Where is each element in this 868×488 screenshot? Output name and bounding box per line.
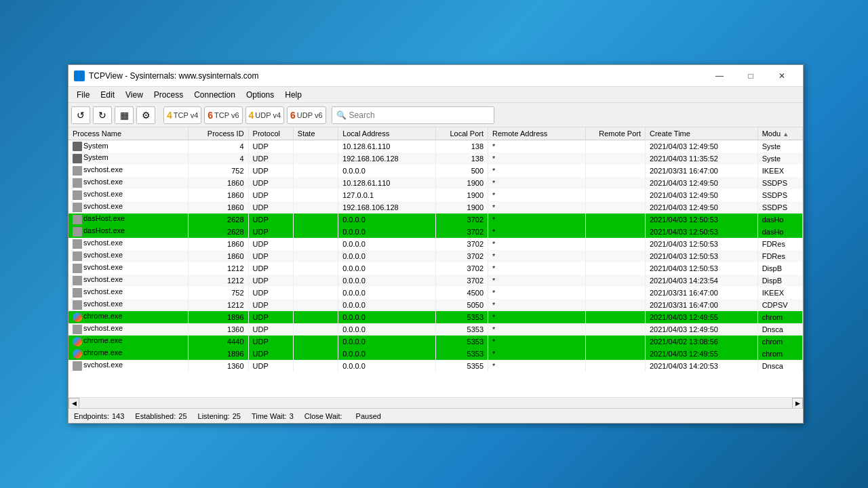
menu-options[interactable]: Options — [241, 89, 279, 101]
scroll-left[interactable]: ◀ — [68, 398, 79, 409]
cell-local-addr: 0.0.0.0 — [338, 336, 436, 348]
cell-remote-port — [585, 299, 645, 311]
col-process-id[interactable]: Process ID — [189, 127, 248, 140]
maximize-button[interactable]: □ — [735, 65, 766, 87]
cell-local-port: 5355 — [435, 360, 488, 372]
table-row[interactable]: dasHost.exe 2628 UDP 0.0.0.0 3702 * 2021… — [68, 214, 803, 226]
col-process-name[interactable]: Process Name — [68, 127, 189, 140]
cell-local-port: 4500 — [435, 287, 488, 299]
menu-process[interactable]: Process — [149, 89, 189, 101]
table-row[interactable]: svchost.exe 1360 UDP 0.0.0.0 5355 * 2021… — [68, 360, 803, 372]
table-row[interactable]: svchost.exe 1212 UDP 0.0.0.0 3702 * 2021… — [68, 262, 803, 274]
settings-button[interactable]: ⚙ — [136, 106, 155, 124]
cell-local-port: 3702 — [435, 250, 488, 262]
table-row[interactable]: svchost.exe 752 UDP 0.0.0.0 500 * 2021/0… — [68, 165, 803, 177]
connections-table-container[interactable]: Process Name Process ID Protocol State L… — [68, 127, 803, 397]
cell-local-addr: 0.0.0.0 — [338, 226, 436, 238]
cell-remote-addr: * — [488, 348, 586, 360]
search-input[interactable] — [349, 110, 485, 120]
col-module[interactable]: Modu ▲ — [757, 127, 802, 140]
horizontal-scrollbar[interactable]: ◀ ▶ — [68, 397, 803, 408]
cell-proc-name: svchost.exe — [68, 299, 189, 311]
listening-label: Listening: — [198, 412, 230, 420]
cell-proc-name: svchost.exe — [68, 177, 189, 189]
cell-remote-port — [585, 323, 645, 336]
process-icon — [73, 337, 82, 346]
cell-state — [293, 189, 338, 201]
paused-label: Paused — [356, 412, 381, 420]
table-row[interactable]: svchost.exe 1860 UDP 10.128.61.110 1900 … — [68, 177, 803, 189]
close-button[interactable]: ✕ — [766, 65, 797, 87]
cell-proto: UDP — [248, 226, 293, 238]
table-row[interactable]: svchost.exe 1860 UDP 127.0.0.1 1900 * 20… — [68, 189, 803, 201]
table-row[interactable]: System 4 UDP 10.128.61.110 138 * 2021/04… — [68, 140, 803, 152]
cell-local-addr: 0.0.0.0 — [338, 214, 436, 226]
toolbar: ↺ ↻ ▦ ⚙ 4 TCP v4 6 TCP v6 4 UDP v4 6 UDP… — [68, 103, 803, 127]
table-row[interactable]: chrome.exe 1896 UDP 0.0.0.0 5353 * 2021/… — [68, 311, 803, 323]
cell-local-addr: 0.0.0.0 — [338, 348, 436, 360]
refresh-button[interactable]: ↺ — [71, 106, 90, 124]
table-row[interactable]: System 4 UDP 192.168.106.128 138 * 2021/… — [68, 152, 803, 165]
process-icon — [73, 239, 82, 249]
minimize-button[interactable]: — — [704, 65, 735, 87]
col-state[interactable]: State — [293, 127, 338, 140]
col-local-address[interactable]: Local Address — [338, 127, 436, 140]
udp6-count: 6 — [290, 110, 296, 121]
monitor-button[interactable]: ▦ — [115, 106, 134, 124]
menu-view[interactable]: View — [120, 89, 149, 101]
col-local-port[interactable]: Local Port — [435, 127, 488, 140]
table-row[interactable]: svchost.exe 1860 UDP 0.0.0.0 3702 * 2021… — [68, 250, 803, 262]
cell-module: IKEEX — [757, 287, 802, 299]
cell-module: chrom — [757, 311, 802, 323]
table-row[interactable]: svchost.exe 1212 UDP 0.0.0.0 5050 * 2021… — [68, 299, 803, 311]
scroll-right[interactable]: ▶ — [792, 398, 803, 409]
cell-state — [293, 299, 338, 311]
tcp4-filter[interactable]: 4 TCP v4 — [163, 106, 201, 124]
col-protocol[interactable]: Protocol — [248, 127, 293, 140]
table-row[interactable]: svchost.exe 1860 UDP 192.168.106.128 190… — [68, 201, 803, 214]
col-remote-port[interactable]: Remote Port — [585, 127, 645, 140]
cell-proc-name: dasHost.exe — [68, 226, 189, 238]
cell-proto: UDP — [248, 214, 293, 226]
cell-remote-port — [585, 152, 645, 165]
udp6-filter[interactable]: 6 UDP v6 — [287, 106, 326, 124]
menu-edit[interactable]: Edit — [95, 89, 120, 101]
table-row[interactable]: chrome.exe 4440 UDP 0.0.0.0 5353 * 2021/… — [68, 336, 803, 348]
cell-pid: 2628 — [189, 214, 248, 226]
cell-create-time: 2021/03/31 16:47:00 — [645, 287, 757, 299]
cell-create-time: 2021/04/03 12:49:55 — [645, 348, 757, 360]
cell-local-port: 3702 — [435, 238, 488, 250]
process-icon — [73, 215, 82, 224]
table-row[interactable]: svchost.exe 1212 UDP 0.0.0.0 3702 * 2021… — [68, 274, 803, 287]
table-row[interactable]: svchost.exe 1860 UDP 0.0.0.0 3702 * 2021… — [68, 238, 803, 250]
col-create-time[interactable]: Create Time — [645, 127, 757, 140]
table-row[interactable]: svchost.exe 752 UDP 0.0.0.0 4500 * 2021/… — [68, 287, 803, 299]
cell-remote-addr: * — [488, 226, 586, 238]
cell-local-port: 1900 — [435, 189, 488, 201]
cell-create-time: 2021/04/03 12:50:53 — [645, 238, 757, 250]
cell-local-port: 3702 — [435, 262, 488, 274]
menu-help[interactable]: Help — [279, 89, 307, 101]
cell-module: Dnsca — [757, 323, 802, 336]
menu-bar: File Edit View Process Connection Option… — [68, 87, 803, 103]
table-row[interactable]: dasHost.exe 2628 UDP 0.0.0.0 3702 * 2021… — [68, 226, 803, 238]
table-row[interactable]: chrome.exe 1896 UDP 0.0.0.0 5353 * 2021/… — [68, 348, 803, 360]
scroll-track[interactable] — [79, 398, 792, 408]
cell-create-time: 2021/04/03 12:49:50 — [645, 189, 757, 201]
udp4-filter[interactable]: 4 UDP v4 — [245, 106, 285, 124]
cell-create-time: 2021/04/03 12:50:53 — [645, 214, 757, 226]
col-remote-address[interactable]: Remote Address — [488, 127, 586, 140]
tcp6-filter[interactable]: 6 TCP v6 — [204, 106, 242, 124]
cell-local-addr: 0.0.0.0 — [338, 250, 436, 262]
menu-connection[interactable]: Connection — [189, 89, 241, 101]
cell-remote-addr: * — [488, 360, 586, 372]
menu-file[interactable]: File — [71, 89, 95, 101]
cell-remote-addr: * — [488, 201, 586, 214]
cell-module: DispB — [757, 262, 802, 274]
auto-refresh-button[interactable]: ↻ — [93, 106, 112, 124]
cell-remote-port — [585, 274, 645, 287]
table-row[interactable]: svchost.exe 1360 UDP 0.0.0.0 5353 * 2021… — [68, 323, 803, 336]
cell-proto: UDP — [248, 274, 293, 287]
cell-create-time: 2021/04/03 12:50:53 — [645, 226, 757, 238]
tcp6-count: 6 — [208, 110, 213, 121]
